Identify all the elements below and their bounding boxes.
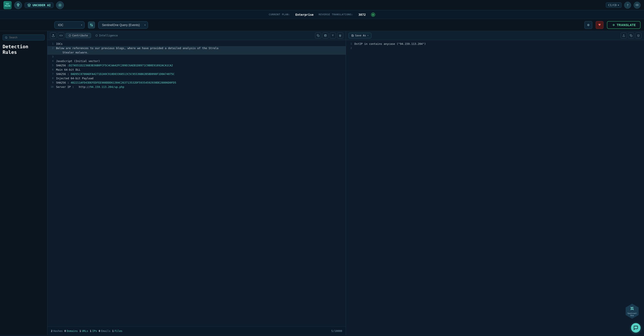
table-row: 5 SHA256 :D27A551D2236B3B36B0FCF5C4CAA42… bbox=[48, 63, 346, 68]
app-name: UNCODER AI bbox=[32, 3, 51, 7]
save-as-button[interactable]: Save As ▾ bbox=[348, 33, 372, 38]
svg-point-5 bbox=[96, 34, 98, 36]
table-row: 1 DstIP in contains anycase ("94.159.113… bbox=[346, 42, 644, 46]
left-upload-button[interactable] bbox=[50, 32, 56, 39]
platform-select-wrapper: SentinelOne Query (Events) ▾ bbox=[98, 21, 148, 29]
sidebar-title-line2: Rules bbox=[2, 49, 17, 55]
left-editor-pane: Contribute Intelligence bbox=[48, 31, 346, 335]
domains-label: Domains bbox=[67, 330, 78, 333]
right-copy-button[interactable] bbox=[628, 32, 634, 38]
sidebar-search bbox=[2, 34, 45, 40]
left-pane-toolbar: Contribute Intelligence bbox=[48, 31, 346, 40]
rt-label: REVERSE TRANSLATIONS: bbox=[319, 13, 353, 16]
translate-button[interactable]: TRANSLATE bbox=[607, 21, 640, 29]
right-code-editor[interactable]: 1 DstIP in contains anycase ("94.159.113… bbox=[346, 40, 644, 335]
logo-box: SOC PRIME bbox=[4, 1, 12, 9]
right-upload-button[interactable] bbox=[621, 32, 627, 38]
cicd-button[interactable]: CI/CD ▾ bbox=[606, 2, 622, 8]
logo: SOC PRIME bbox=[4, 1, 12, 9]
contribute-tab[interactable]: Contribute bbox=[66, 33, 91, 38]
right-editor-pane: Save As ▾ 1 DstIP in contains anyc bbox=[346, 31, 644, 335]
swap-button[interactable] bbox=[88, 21, 95, 28]
save-as-label: Save As bbox=[355, 34, 366, 37]
intelligence-tab[interactable]: Intelligence bbox=[92, 33, 121, 38]
bottom-bar: ⌨ HotKeys Accuracy Upgrade Discord How bbox=[0, 335, 644, 336]
left-code-editor[interactable]: 1 IOCs 2 Below are references to our pre… bbox=[48, 40, 346, 327]
rt-value: 3872 bbox=[358, 13, 366, 16]
translate-label: TRANSLATE bbox=[617, 23, 636, 27]
sidebar-title: Detection Rules bbox=[2, 43, 45, 56]
svg-rect-11 bbox=[631, 35, 632, 37]
table-row: 8 Injected 64-bit Payload bbox=[48, 76, 346, 81]
cicd-label: CI/CD bbox=[608, 3, 616, 7]
editors-split: Contribute Intelligence bbox=[48, 31, 644, 335]
left-editor-status: 2 Hashes 0 Domains 1 URLs 1 IPs 0 Emai bbox=[48, 327, 346, 335]
ips-badge: 1 IPs bbox=[90, 330, 97, 333]
table-row: 10 Server IP : http://94.159.113.204/up.… bbox=[48, 85, 346, 89]
plan-bar: CURRENT PLAN: Enterprise REVERSE TRANSLA… bbox=[0, 10, 644, 19]
help-icon: ? bbox=[627, 3, 628, 7]
nav-app-label: UNCODER AI bbox=[24, 2, 54, 8]
save-as-arrow-icon: ▾ bbox=[367, 34, 368, 37]
emails-label: Emails bbox=[101, 330, 110, 333]
files-badge: 1 Files bbox=[112, 330, 122, 333]
left-duplicate-button[interactable] bbox=[322, 32, 328, 38]
help-button[interactable]: ? bbox=[624, 2, 631, 9]
table-row: 2 Below are references to our previous b… bbox=[48, 46, 346, 55]
urls-label: URLs bbox=[82, 330, 88, 333]
files-count: 1 bbox=[112, 330, 114, 333]
main-area: Detection Rules Contribute bbox=[0, 31, 644, 335]
favorite-button[interactable]: ♥ bbox=[596, 21, 604, 29]
table-row: 9 SHA256 : 482211AFD43DEFEDFEE988DDD6130… bbox=[48, 81, 346, 85]
nav-icon-1[interactable] bbox=[14, 1, 22, 9]
svg-point-4 bbox=[69, 34, 71, 36]
svg-point-0 bbox=[18, 4, 19, 5]
platform-select[interactable]: SentinelOne Query (Events) bbox=[98, 21, 148, 29]
nav-icon-2[interactable] bbox=[56, 1, 64, 9]
avatar-button[interactable]: CI bbox=[634, 2, 640, 9]
ioc-select-wrapper: IOC ▾ bbox=[54, 21, 84, 29]
domains-badge: 0 Domains bbox=[64, 330, 78, 333]
domains-count: 0 bbox=[64, 330, 66, 333]
table-row: 4 JavaScript (Initial vector) bbox=[48, 59, 346, 63]
settings-icon: ⚙ bbox=[587, 23, 590, 27]
logo-text: SOC PRIME bbox=[4, 3, 10, 7]
add-translations-button[interactable]: + bbox=[371, 12, 375, 17]
table-row: 3 bbox=[48, 55, 346, 59]
plan-label: CURRENT PLAN: bbox=[269, 13, 290, 16]
hashes-badge: 2 Hashes bbox=[51, 330, 63, 333]
plan-value: Enterprise bbox=[296, 13, 314, 16]
settings-button[interactable]: ⚙ bbox=[584, 21, 592, 29]
intelligence-tab-label: Intelligence bbox=[99, 34, 118, 37]
right-pane-toolbar: Save As ▾ bbox=[346, 31, 644, 40]
search-input[interactable] bbox=[9, 36, 42, 39]
chat-button[interactable] bbox=[631, 323, 640, 333]
hashes-label: Hashes bbox=[53, 330, 62, 333]
emails-count: 0 bbox=[98, 330, 100, 333]
urls-count: 1 bbox=[79, 330, 81, 333]
table-row: 6 Main 64-bit DLL bbox=[48, 68, 346, 72]
avatar-icon: CI bbox=[636, 4, 638, 6]
files-label: Files bbox=[114, 330, 122, 333]
ioc-select[interactable]: IOC bbox=[54, 21, 84, 29]
navbar: SOC PRIME UNCODER AI CI/CD ▾ ? CI bbox=[0, 0, 644, 10]
table-row: 7 SHA256 : 0AD95C8780ADFA4271D2A9C910D83… bbox=[48, 72, 346, 76]
svg-rect-7 bbox=[324, 34, 326, 36]
ips-label: IPs bbox=[92, 330, 97, 333]
left-copy-button[interactable] bbox=[315, 32, 321, 38]
left-code-button[interactable] bbox=[58, 32, 64, 39]
right-delete-button[interactable] bbox=[635, 32, 642, 38]
heart-icon: ♥ bbox=[598, 23, 601, 27]
contribute-tab-label: Contribute bbox=[72, 34, 88, 37]
svg-point-2 bbox=[60, 4, 60, 5]
sentinelone-icon bbox=[630, 306, 634, 312]
table-row: 2 bbox=[346, 46, 644, 50]
cicd-arrow-icon: ▾ bbox=[618, 3, 619, 7]
left-delete-button[interactable] bbox=[337, 32, 343, 38]
svg-rect-6 bbox=[318, 35, 319, 37]
urls-badge: 1 URLs bbox=[79, 330, 88, 333]
svg-point-3 bbox=[5, 37, 7, 38]
hashes-count: 2 bbox=[51, 330, 52, 333]
ips-count: 1 bbox=[90, 330, 92, 333]
left-filter-button[interactable] bbox=[330, 32, 336, 38]
